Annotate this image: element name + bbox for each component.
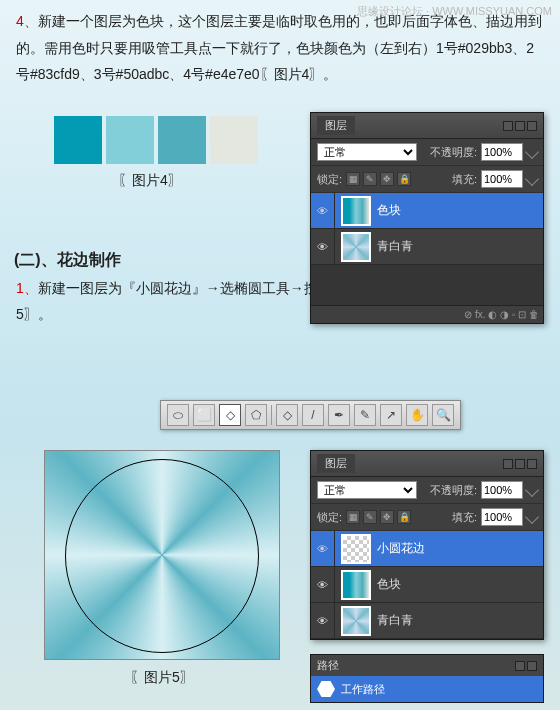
dropdown-icon[interactable]: [525, 510, 539, 524]
layer-name: 青白青: [377, 238, 413, 255]
dropdown-icon[interactable]: [525, 145, 539, 159]
panel-tab[interactable]: 图层: [317, 116, 355, 135]
lock-icons[interactable]: ▦✎✥🔒: [346, 172, 411, 186]
step-number: 1、: [16, 280, 38, 296]
fill-label: 填充:: [452, 172, 477, 187]
layers-panel-2: 图层 正常 不透明度: 锁定: ▦✎✥🔒 填充: 👁 小圆花边 👁 色块 👁 青…: [310, 450, 544, 640]
panel-header: 图层: [311, 451, 543, 477]
paths-header: 路径: [311, 655, 543, 676]
layer-list: 👁 色块 👁 青白青: [311, 193, 543, 305]
paths-panel: 路径 工作路径: [310, 654, 544, 703]
swatch-2: [106, 116, 154, 164]
visibility-icon[interactable]: 👁: [311, 229, 335, 264]
layer-thumb: [341, 534, 371, 564]
fill-input[interactable]: [481, 170, 523, 188]
lock-label: 锁定:: [317, 510, 342, 525]
caption-4: 〖图片4〗: [0, 172, 300, 190]
layer-swatches[interactable]: 👁 色块: [311, 567, 543, 603]
step-number: 4、: [16, 13, 38, 29]
visibility-icon[interactable]: 👁: [311, 603, 335, 638]
blend-row: 正常 不透明度:: [311, 477, 543, 504]
layers-panel-1: 图层 正常 不透明度: 锁定: ▦✎✥🔒 填充: 👁 色块 👁 青白青 ⊘ fx…: [310, 112, 544, 324]
swatch-4: [210, 116, 258, 164]
path-name: 工作路径: [341, 682, 385, 697]
visibility-icon[interactable]: 👁: [311, 193, 335, 228]
tool-poly[interactable]: ◇: [219, 404, 241, 426]
swatch-3: [158, 116, 206, 164]
watermark: 思缘设计论坛 · WWW.MISSYUAN.COM: [357, 4, 552, 19]
panel-controls[interactable]: [503, 459, 537, 469]
tool-pen[interactable]: ✒: [328, 404, 350, 426]
layer-thumb: [341, 232, 371, 262]
tool-hand[interactable]: ✋: [406, 404, 428, 426]
layer-name: 色块: [377, 576, 401, 593]
blend-mode-select[interactable]: 正常: [317, 143, 417, 161]
blend-row: 正常 不透明度:: [311, 139, 543, 166]
circle-preview: [44, 450, 280, 660]
layer-name: 小圆花边: [377, 540, 425, 557]
layer-name: 青白青: [377, 612, 413, 629]
panel-controls[interactable]: [515, 661, 537, 671]
tool-line[interactable]: /: [302, 404, 324, 426]
layer-thumb: [341, 606, 371, 636]
opacity-label: 不透明度:: [430, 145, 477, 160]
layer-list: 👁 小圆花边 👁 色块 👁 青白青: [311, 531, 543, 639]
visibility-icon[interactable]: 👁: [311, 531, 335, 566]
dropdown-icon[interactable]: [525, 483, 539, 497]
layer-circle[interactable]: 👁 小圆花边: [311, 531, 543, 567]
fill-label: 填充:: [452, 510, 477, 525]
tool-ellipse[interactable]: ⬭: [167, 404, 189, 426]
dropdown-icon[interactable]: [525, 172, 539, 186]
layer-bg[interactable]: 👁 青白青: [311, 603, 543, 639]
panel-tab[interactable]: 图层: [317, 454, 355, 473]
layer-bg[interactable]: 👁 青白青: [311, 229, 543, 265]
lock-icons[interactable]: ▦✎✥🔒: [346, 510, 411, 524]
lock-label: 锁定:: [317, 172, 342, 187]
tool-pencil[interactable]: ✎: [354, 404, 376, 426]
tool-rect[interactable]: ⬜: [193, 404, 215, 426]
layer-name: 色块: [377, 202, 401, 219]
path-thumb-icon: [317, 680, 335, 698]
blend-mode-select[interactable]: 正常: [317, 481, 417, 499]
layer-swatches[interactable]: 👁 色块: [311, 193, 543, 229]
shape-toolbar: ⬭ ⬜ ◇ ⬠ ◇ / ✒ ✎ ↗ ✋ 🔍: [160, 400, 461, 430]
panel-header: 图层: [311, 113, 543, 139]
layer-thumb: [341, 196, 371, 226]
step-text: 新建一个图层为色块，这个图层主要是临时取色用的，也即后面字体色、描边用到的。需用…: [16, 13, 542, 82]
caption-5: 〖图片5〗: [44, 669, 280, 687]
opacity-label: 不透明度:: [430, 483, 477, 498]
opacity-input[interactable]: [481, 143, 523, 161]
panel-controls[interactable]: [503, 121, 537, 131]
work-path-row[interactable]: 工作路径: [311, 676, 543, 702]
lock-row: 锁定: ▦✎✥🔒 填充:: [311, 166, 543, 193]
circle-path: [65, 459, 259, 653]
tool-custom[interactable]: ⬠: [245, 404, 267, 426]
tool-zoom[interactable]: 🔍: [432, 404, 454, 426]
tool-arrow[interactable]: ↗: [380, 404, 402, 426]
opacity-input[interactable]: [481, 481, 523, 499]
tool-diamond[interactable]: ◇: [276, 404, 298, 426]
paths-tab[interactable]: 路径: [317, 658, 339, 673]
fill-input[interactable]: [481, 508, 523, 526]
swatch-1: [54, 116, 102, 164]
layer-thumb: [341, 570, 371, 600]
panel-footer: ⊘ fx. ◐ ◑ ▫ ⊡ 🗑: [311, 305, 543, 323]
lock-row: 锁定: ▦✎✥🔒 填充:: [311, 504, 543, 531]
visibility-icon[interactable]: 👁: [311, 567, 335, 602]
